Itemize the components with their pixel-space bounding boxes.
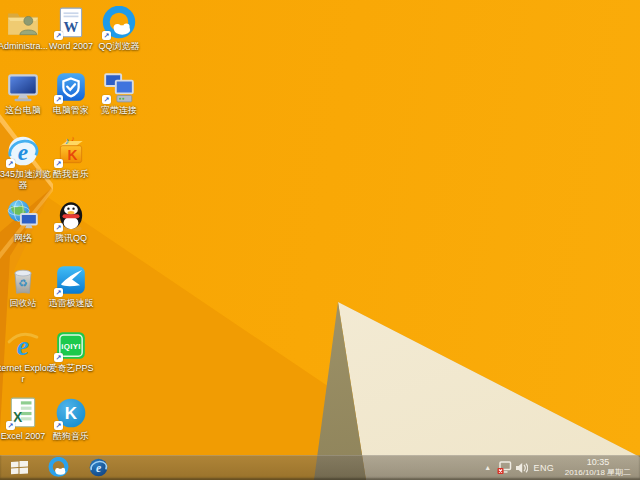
speaker-icon[interactable] xyxy=(515,462,528,474)
svg-text:K: K xyxy=(68,147,78,163)
clock-date: 2016/10/18 星期二 xyxy=(558,468,638,478)
taskbar-icon-2345-browser[interactable]: e xyxy=(78,455,118,480)
desktop: Administra... W ↗ Word 2007 ↗ QQ浏览器 xyxy=(0,0,640,480)
desktop-icon-label: 酷我音乐 xyxy=(39,169,103,180)
desktop-icon-tencent-qq[interactable]: ↗ 腾讯QQ xyxy=(39,198,103,244)
2345-browser-e-icon: e ↗ xyxy=(6,134,40,168)
windows-start-icon xyxy=(11,461,28,475)
shortcut-arrow-icon: ↗ xyxy=(6,159,15,168)
system-tray: ▲ ENG 10:35 2016/10/18 星期二 xyxy=(483,455,640,480)
desktop-icon-label: 宽带连接 xyxy=(87,105,151,116)
2345-browser-icon: e xyxy=(88,457,109,478)
taskbar-clock[interactable]: 10:35 2016/10/18 星期二 xyxy=(558,458,640,477)
clock-time: 10:35 xyxy=(558,458,638,468)
xunlei-bird-icon: ↗ xyxy=(54,263,88,297)
taskbar: e ▲ ENG xyxy=(0,455,640,480)
svg-text:♪: ♪ xyxy=(71,134,75,143)
show-hidden-icons-button[interactable]: ▲ xyxy=(483,464,493,471)
svg-text:W: W xyxy=(64,19,79,35)
desktop-icon-label: QQ浏览器 xyxy=(87,41,151,52)
svg-text:e: e xyxy=(95,461,100,475)
broadband-connection-icon: ↗ xyxy=(102,70,136,104)
desktop-icon-broadband[interactable]: ↗ 宽带连接 xyxy=(87,70,151,116)
desktop-icon-kuwo-music[interactable]: K ♪ ♪ ↗ 酷我音乐 xyxy=(39,134,103,180)
excel-workbook-icon: X ↗ xyxy=(6,396,40,430)
shortcut-arrow-icon: ↗ xyxy=(54,353,63,362)
shortcut-arrow-icon: ↗ xyxy=(54,288,63,297)
desktop-icon-iqiyi-pps[interactable]: iQIYI ↗ 爱奇艺PPS xyxy=(39,328,103,374)
internet-explorer-icon: e xyxy=(6,328,40,362)
desktop-icon-label: 爱奇艺PPS xyxy=(39,363,103,374)
svg-text:iQIYI: iQIYI xyxy=(61,342,81,351)
start-button[interactable] xyxy=(0,455,38,480)
desktop-icon-label: 酷狗音乐 xyxy=(39,431,103,442)
desktop-icon-xunlei[interactable]: ↗ 迅雷极速版 xyxy=(39,263,103,309)
shortcut-arrow-icon: ↗ xyxy=(54,421,63,430)
qq-browser-icon: ↗ xyxy=(102,6,136,40)
shortcut-arrow-icon: ↗ xyxy=(54,95,63,104)
shortcut-arrow-icon: ↗ xyxy=(54,223,63,232)
kugou-music-icon: K ↗ xyxy=(54,396,88,430)
desktop-icon-qq-browser[interactable]: ↗ QQ浏览器 xyxy=(87,6,151,52)
recycle-bin-icon: ♻ xyxy=(6,263,40,297)
network-disconnected-icon[interactable] xyxy=(497,461,512,474)
word-document-icon: W ↗ xyxy=(54,6,88,40)
desktop-icon-label: 腾讯QQ xyxy=(39,233,103,244)
kuwo-music-box-icon: K ♪ ♪ ↗ xyxy=(54,134,88,168)
desktop-icon-label: 迅雷极速版 xyxy=(39,298,103,309)
svg-text:♪: ♪ xyxy=(65,135,70,146)
shortcut-arrow-icon: ↗ xyxy=(54,31,63,40)
qq-penguin-icon: ↗ xyxy=(54,198,88,232)
network-globe-icon xyxy=(6,198,40,232)
shortcut-arrow-icon: ↗ xyxy=(6,421,15,430)
shortcut-arrow-icon: ↗ xyxy=(102,31,111,40)
shield-check-icon: ↗ xyxy=(54,70,88,104)
desktop-icon-kugou-music[interactable]: K ↗ 酷狗音乐 xyxy=(39,396,103,442)
shortcut-arrow-icon: ↗ xyxy=(102,95,111,104)
svg-text:♻: ♻ xyxy=(18,277,28,289)
user-folder-icon xyxy=(6,6,40,40)
taskbar-icon-qq-browser[interactable] xyxy=(38,455,78,480)
computer-monitor-icon xyxy=(6,70,40,104)
shortcut-arrow-icon: ↗ xyxy=(54,159,63,168)
svg-text:K: K xyxy=(65,404,78,423)
language-indicator[interactable]: ENG xyxy=(534,463,554,473)
qq-browser-icon xyxy=(48,457,69,478)
iqiyi-icon: iQIYI ↗ xyxy=(54,328,88,362)
